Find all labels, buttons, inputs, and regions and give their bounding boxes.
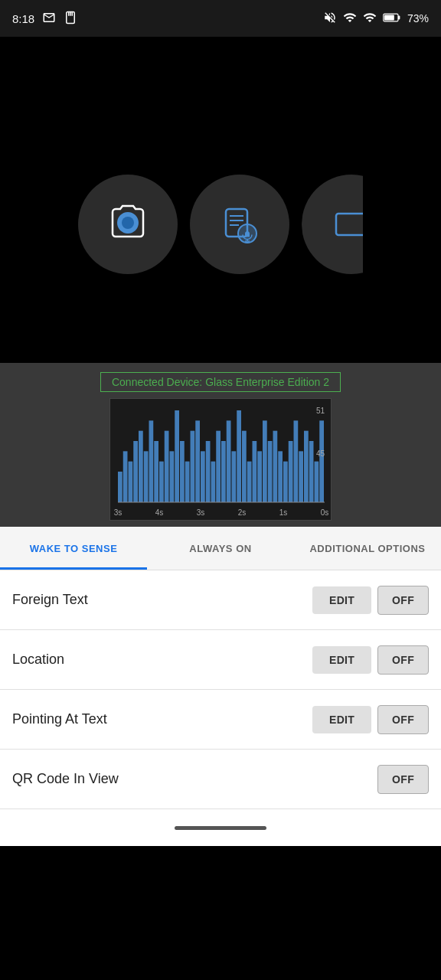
svg-rect-26 [165, 431, 169, 502]
transcribe-mode-icon[interactable] [190, 175, 289, 274]
sd-card-icon [64, 11, 77, 27]
svg-text:0s: 0s [321, 508, 329, 517]
off-button-location[interactable]: OFF [377, 645, 429, 675]
svg-rect-28 [175, 410, 179, 502]
off-button-qr-code-in-view[interactable]: OFF [377, 765, 429, 794]
svg-text:2s: 2s [238, 508, 247, 517]
svg-rect-45 [263, 420, 267, 502]
setting-row-location: Location EDIT OFF [0, 630, 441, 690]
svg-point-7 [122, 217, 134, 229]
edit-button-location[interactable]: EDIT [312, 646, 371, 674]
svg-rect-27 [170, 451, 175, 502]
svg-rect-34 [206, 441, 211, 502]
setting-label-foreign-text: Foreign Text [12, 592, 312, 608]
settings-area: Foreign Text EDIT OFF Location EDIT OFF … [0, 570, 441, 809]
mute-icon [323, 11, 337, 27]
svg-rect-36 [216, 431, 220, 502]
wifi-icon [343, 11, 357, 27]
svg-rect-52 [299, 451, 303, 502]
svg-rect-33 [201, 451, 205, 502]
svg-text:45: 45 [316, 449, 325, 458]
svg-rect-30 [185, 462, 190, 502]
svg-rect-39 [232, 451, 237, 502]
svg-rect-49 [283, 462, 288, 502]
svg-rect-50 [289, 441, 293, 502]
camera-area: Camera Connected Device: Glass Enterpris… [0, 37, 441, 527]
svg-rect-20 [133, 441, 138, 502]
svg-rect-6 [384, 15, 394, 20]
svg-rect-18 [123, 451, 128, 502]
svg-rect-47 [273, 431, 278, 502]
usage-chart: 3s4s3s2s1s0s5145 [110, 399, 332, 521]
svg-rect-19 [129, 462, 133, 502]
svg-rect-31 [191, 431, 195, 502]
setting-label-location: Location [12, 652, 312, 668]
status-right: 73% [323, 11, 429, 27]
setting-row-qr-code-in-view: QR Code In View OFF [0, 750, 441, 809]
tabs-container: WAKE TO SENSE ALWAYS ON ADDITIONAL OPTIO… [0, 527, 441, 570]
svg-rect-32 [195, 420, 200, 502]
svg-rect-21 [139, 431, 143, 502]
svg-rect-22 [144, 451, 149, 502]
svg-rect-56 [319, 420, 324, 502]
camera-overlay: Connected Device: Glass Enterprise Editi… [0, 363, 441, 527]
battery-percent: 73% [407, 12, 429, 24]
setting-label-qr-code-in-view: QR Code In View [12, 771, 377, 787]
time-display: 8:18 [12, 12, 34, 25]
connected-device-label: Connected Device: Glass Enterprise Editi… [100, 372, 341, 392]
svg-rect-43 [253, 441, 257, 502]
svg-rect-24 [154, 441, 158, 502]
tab-additional-options[interactable]: ADDITIONAL OPTIONS [294, 527, 441, 570]
svg-text:4s: 4s [155, 508, 164, 517]
svg-text:3s: 3s [197, 508, 205, 517]
tab-wake-to-sense[interactable]: WAKE TO SENSE [0, 527, 147, 570]
camera-mode-icon[interactable] [78, 175, 178, 274]
svg-rect-35 [211, 462, 216, 502]
svg-rect-41 [242, 431, 247, 502]
svg-rect-46 [268, 441, 273, 502]
off-button-pointing-at-text[interactable]: OFF [377, 705, 429, 734]
edit-button-foreign-text[interactable]: EDIT [312, 586, 371, 614]
signal-icon [363, 11, 377, 27]
svg-rect-40 [237, 410, 241, 502]
svg-text:51: 51 [316, 407, 325, 415]
svg-text:3s: 3s [114, 508, 122, 517]
tab-always-on[interactable]: ALWAYS ON [147, 527, 294, 570]
status-left: 8:18 [12, 11, 77, 27]
svg-rect-48 [278, 451, 283, 502]
battery-icon [383, 11, 401, 27]
setting-row-foreign-text: Foreign Text EDIT OFF [0, 570, 441, 630]
svg-rect-5 [398, 15, 400, 19]
svg-rect-17 [118, 472, 122, 502]
svg-rect-51 [294, 420, 299, 502]
third-mode-icon[interactable] [302, 175, 363, 274]
gmail-icon [42, 11, 56, 27]
svg-rect-42 [247, 462, 252, 502]
edit-button-pointing-at-text[interactable]: EDIT [312, 706, 371, 733]
svg-rect-54 [309, 441, 314, 502]
status-bar: 8:18 [0, 0, 441, 37]
svg-rect-29 [180, 441, 185, 502]
svg-rect-15 [336, 214, 363, 235]
svg-rect-55 [315, 462, 319, 502]
bottom-nav-indicator [175, 826, 266, 830]
svg-rect-37 [221, 441, 226, 502]
svg-rect-23 [149, 420, 154, 502]
svg-rect-38 [227, 420, 231, 502]
off-button-foreign-text[interactable]: OFF [377, 586, 429, 615]
svg-text:1s: 1s [279, 508, 288, 517]
setting-label-pointing-at-text: Pointing At Text [12, 711, 312, 727]
bottom-bar [0, 809, 441, 846]
setting-row-pointing-at-text: Pointing At Text EDIT OFF [0, 690, 441, 750]
svg-rect-25 [159, 462, 164, 502]
svg-rect-53 [304, 431, 309, 502]
svg-rect-44 [257, 451, 262, 502]
